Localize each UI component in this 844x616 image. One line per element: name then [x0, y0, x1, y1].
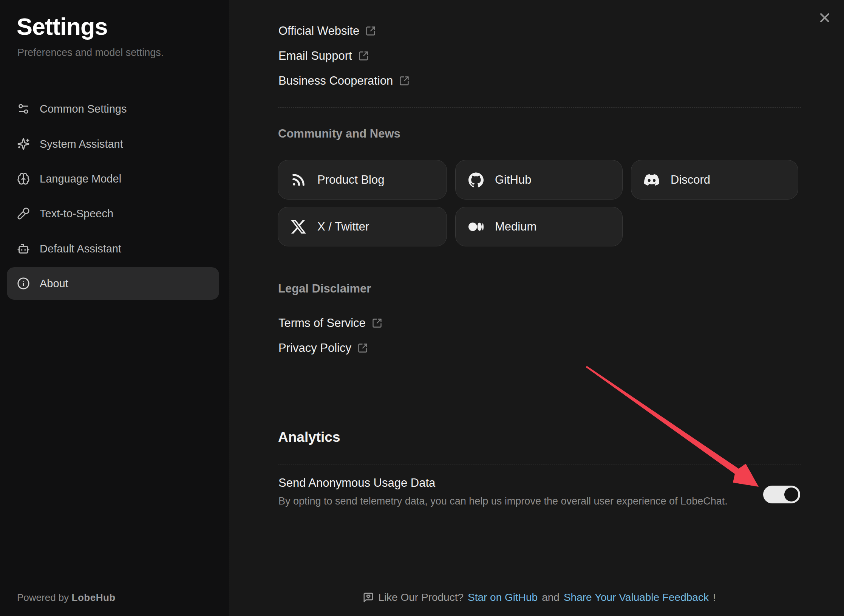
star-on-github-link[interactable]: Star on GitHub: [468, 591, 538, 604]
lobehub-brand: LobeHub: [72, 592, 116, 603]
github-icon: [468, 172, 484, 187]
sidebar-item-text-to-speech[interactable]: Text-to-Speech: [7, 197, 219, 230]
info-icon: [17, 277, 30, 290]
toggle-knob: [784, 488, 798, 501]
business-cooperation-link[interactable]: Business Cooperation: [278, 73, 410, 88]
product-blog-button[interactable]: Product Blog: [278, 160, 447, 200]
powered-by: Powered by LobeHub: [17, 592, 116, 604]
link-label: Business Cooperation: [278, 74, 393, 88]
external-link-icon: [372, 318, 382, 328]
contact-us-heading: Contact Us: [278, 0, 340, 2]
settings-modal: Settings Preferences and model settings.…: [0, 0, 844, 616]
button-label: Product Blog: [317, 173, 385, 187]
usage-data-description: By opting to send telemetry data, you ca…: [278, 495, 728, 507]
sidebar-item-label: System Assistant: [40, 138, 123, 150]
section-divider: [278, 107, 801, 108]
powered-by-prefix: Powered by: [17, 592, 69, 603]
sliders-icon: [17, 102, 30, 115]
github-button[interactable]: GitHub: [455, 160, 623, 200]
bot-icon: [17, 242, 30, 255]
email-support-link[interactable]: Email Support: [278, 48, 369, 63]
analytics-heading: Analytics: [278, 429, 340, 445]
medium-icon: [468, 219, 484, 234]
discord-button[interactable]: Discord: [631, 160, 798, 200]
link-label: Email Support: [278, 49, 352, 63]
privacy-policy-link[interactable]: Privacy Policy: [278, 341, 368, 356]
page-title: Settings: [17, 13, 108, 40]
sidebar-item-label: About: [40, 277, 68, 290]
sidebar-item-label: Text-to-Speech: [40, 207, 113, 220]
button-label: Medium: [495, 220, 536, 234]
usage-data-toggle[interactable]: [763, 486, 800, 503]
feedback-footer: Like Our Product? Star on GitHub and Sha…: [278, 590, 801, 605]
footer-prefix: Like Our Product?: [378, 591, 464, 604]
sidebar-item-system-assistant[interactable]: System Assistant: [7, 128, 219, 160]
button-label: Discord: [671, 173, 710, 187]
sidebar-item-default-assistant[interactable]: Default Assistant: [7, 232, 219, 265]
sidebar-item-language-model[interactable]: Language Model: [7, 163, 219, 195]
mic-icon: [17, 207, 30, 220]
sidebar-item-label: Default Assistant: [40, 243, 121, 255]
close-button[interactable]: [817, 10, 832, 25]
close-icon: [817, 10, 832, 25]
section-divider: [278, 464, 801, 464]
medium-button[interactable]: Medium: [455, 207, 623, 246]
section-divider: [278, 262, 801, 262]
discord-icon: [644, 172, 659, 187]
sidebar-item-about[interactable]: About: [7, 267, 219, 300]
usage-data-label: Send Anonymous Usage Data: [278, 476, 435, 490]
page-subtitle: Preferences and model settings.: [17, 47, 164, 59]
sidebar-item-label: Common Settings: [40, 103, 127, 115]
x-twitter-button[interactable]: X / Twitter: [278, 207, 447, 246]
x-twitter-icon: [291, 219, 306, 234]
brain-icon: [17, 172, 30, 185]
link-label: Terms of Service: [278, 316, 366, 330]
external-link-icon: [358, 51, 369, 61]
rss-icon: [291, 172, 306, 187]
sidebar-item-common-settings[interactable]: Common Settings: [7, 93, 219, 125]
sidebar-item-label: Language Model: [40, 173, 121, 185]
external-link-icon: [399, 76, 410, 86]
message-square-heart-icon: [363, 592, 374, 603]
sparkles-icon: [17, 138, 30, 150]
footer-middle: and: [542, 591, 560, 604]
settings-sidebar: Settings Preferences and model settings.…: [0, 0, 229, 616]
share-feedback-link[interactable]: Share Your Valuable Feedback: [564, 591, 709, 604]
external-link-icon: [357, 343, 368, 353]
button-label: X / Twitter: [317, 220, 369, 234]
link-label: Official Website: [278, 24, 359, 38]
button-label: GitHub: [495, 173, 531, 187]
external-link-icon: [365, 26, 376, 36]
link-label: Privacy Policy: [278, 341, 351, 355]
footer-suffix: !: [713, 591, 716, 604]
terms-of-service-link[interactable]: Terms of Service: [278, 316, 382, 331]
legal-heading: Legal Disclaimer: [278, 282, 371, 296]
official-website-link[interactable]: Official Website: [278, 23, 376, 39]
community-heading: Community and News: [278, 127, 400, 141]
